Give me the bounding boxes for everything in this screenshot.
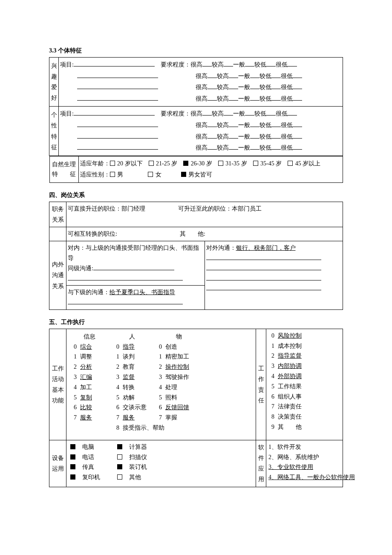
- age-checkbox[interactable]: [253, 161, 258, 166]
- sex-checkbox[interactable]: [148, 172, 153, 177]
- pos-upper: 可直接升迁的职位：部门经理 可升迁至此的职位：本部门员工: [66, 202, 343, 227]
- individual-traits-table: 兴趣爱好 项目: 要求程度：很高较高一般较低很低很高较高一般较低很低很高较高一般…: [49, 57, 343, 183]
- equipment-checkbox[interactable]: [70, 454, 75, 460]
- soft-content: 1、软件开发2、网络、系统维护3、专业软件使用4、网络工具、一般办公软件使用: [266, 440, 343, 487]
- resp-label: 工作责任: [256, 329, 266, 440]
- comm-in2[interactable]: 与下级的沟通：给予夏季口头、书面指导: [66, 286, 205, 309]
- age-checkbox[interactable]: [218, 161, 223, 166]
- eq-content[interactable]: 电脑 电话 传真 复印机 计算器 扫描仪 装订机 其他: [66, 440, 256, 487]
- age-checkbox[interactable]: [288, 161, 293, 166]
- personality-label: 个性特征: [49, 107, 59, 156]
- equipment-checkbox[interactable]: [70, 444, 75, 449]
- age-checkbox[interactable]: [110, 161, 115, 166]
- equipment-checkbox[interactable]: [117, 474, 122, 480]
- section-5-title: 五、工作执行: [49, 318, 343, 326]
- sex-checkbox[interactable]: [181, 172, 186, 177]
- pos-lower[interactable]: 可相互转换的职位: 其 他:: [66, 227, 343, 241]
- section-4-title: 四、岗位关系: [49, 191, 343, 199]
- position-relation-table: 职务关系 可直接升迁的职位：部门经理 可升迁至此的职位：本部门员工 可相互转换的…: [49, 202, 343, 310]
- sex-checkbox[interactable]: [110, 172, 115, 177]
- natural-row: 自然生理 特 征 适应年龄： 20 岁以下 21-25 岁 26-30 岁 31…: [49, 156, 343, 183]
- interest-label: 兴趣爱好: [49, 58, 59, 107]
- func-content: 信息0综合1调整2分析3汇编4加工5复制6比较7服务人0指导1谈判2教育3监督4…: [66, 329, 256, 440]
- section-3-3-title: 3.3 个体特征: [49, 47, 343, 55]
- soft-label: 软件应用: [256, 440, 266, 487]
- interest-content[interactable]: 项目: 要求程度：很高较高一般较低很低很高较高一般较低很低很高较高一般较低很低很…: [59, 58, 343, 107]
- equipment-checkbox[interactable]: [70, 474, 75, 480]
- age-checkbox[interactable]: [149, 161, 154, 166]
- comm-content: 对内：与上级的沟通接受部门经理的口头、书面指导 同级沟通: 对外沟通：银行、税务…: [66, 241, 343, 310]
- comm-label: 内外沟通关系: [49, 241, 66, 310]
- age-checkbox[interactable]: [183, 161, 188, 166]
- position-rel-label: 职务关系: [49, 202, 66, 227]
- func-label: 工作活动基本功能: [49, 329, 66, 440]
- equipment-checkbox[interactable]: [117, 464, 122, 469]
- natural-label: 自然生理 特 征: [49, 156, 78, 182]
- resp-content: 0风险控制1成本控制2指导监督3内部协调4外部协调5工作结果6组织人事7法律责任…: [266, 329, 343, 440]
- eq-label: 设备运用: [49, 440, 66, 487]
- equipment-checkbox[interactable]: [117, 454, 122, 460]
- personality-content[interactable]: 项目: 要求程度：很高较高一般较低很低很高较高一般较低很低很高较高一般较低很低很…: [59, 107, 343, 156]
- work-exec-table: 工作活动基本功能 信息0综合1调整2分析3汇编4加工5复制6比较7服务人0指导1…: [49, 329, 343, 487]
- comm-in[interactable]: 对内：与上级的沟通接受部门经理的口头、书面指导 同级沟通:: [66, 241, 205, 286]
- equipment-checkbox[interactable]: [70, 464, 75, 469]
- comm-out[interactable]: 对外沟通：银行、税务部门，客户: [205, 241, 343, 309]
- equipment-checkbox[interactable]: [117, 444, 122, 449]
- natural-content[interactable]: 适应年龄： 20 岁以下 21-25 岁 26-30 岁 31-35 岁 35-…: [78, 156, 343, 182]
